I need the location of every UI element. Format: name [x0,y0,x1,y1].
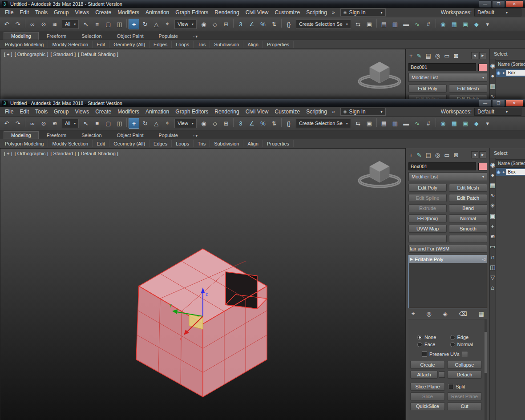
viewport-scene[interactable]: Y x z [0,149,405,420]
display-tab-icon[interactable]: ▭ [444,52,449,59]
undo-icon[interactable]: ↶ [1,118,12,129]
minimize-button[interactable]: — [479,0,492,8]
viewport-label-segment[interactable]: [ Standard ] [50,151,76,156]
viewport-label-segment[interactable]: [ Standard ] [50,52,76,57]
ribbon-panel-button[interactable]: Edit [93,41,109,48]
create-button[interactable]: Create [410,361,445,369]
modifier-set-button[interactable]: Edit Patch [449,194,487,202]
modifier-set-button[interactable]: Normal [449,214,487,222]
select-by-name-icon[interactable]: ≡ [92,19,102,29]
render-setup-icon[interactable]: ▦ [449,118,460,129]
rendered-frame-icon[interactable]: ▣ [460,19,471,29]
ribbon-panel-button[interactable]: Geometry (All) [109,140,149,147]
modifier-set-button[interactable] [449,235,487,243]
modifier-set-button[interactable]: Edit Spline [408,95,447,99]
schematic-view-icon[interactable]: # [423,118,434,129]
unlink-selection-icon[interactable]: ⊘ [38,118,49,129]
menu-item[interactable]: Group [51,8,72,16]
split-checkbox[interactable]: Split [447,383,482,391]
modifier-stack[interactable]: ▶ Editable Poly ◁ [408,255,487,308]
select-and-scale-icon[interactable]: △ [151,118,162,129]
selection-filter-dropdown[interactable]: All ▾ [62,119,79,128]
toolbar-more-icon[interactable]: ▾ [482,19,493,29]
object-color-swatch[interactable] [478,163,487,170]
motion-tab-icon[interactable]: ◎ [435,152,440,158]
select-and-move-icon[interactable]: + [129,19,139,29]
viewport-label-segment[interactable]: [ + ] [4,52,12,57]
ribbon-panel-button[interactable]: Edges [149,140,172,147]
toolbar-more-icon[interactable]: ▾ [482,118,493,129]
select-object-icon[interactable]: ↖ [81,19,91,29]
command-panel-scrollbar[interactable] [485,319,487,420]
modifier-set-button[interactable]: Bend [449,204,487,212]
reset-plane-button[interactable]: Reset Plane [447,392,482,400]
se-lock-icon[interactable]: ● [491,73,494,79]
se-filter-lights-icon[interactable]: ☀ [490,202,495,209]
explorer-column-header-name[interactable]: Name (Sorted [496,159,525,168]
ribbon-panel-button[interactable]: Subdivision [210,41,243,48]
menu-item[interactable]: File [2,8,16,16]
constraint-radio[interactable]: Normal [450,342,482,347]
motion-tab-icon[interactable]: ◎ [435,52,440,59]
select-and-move-icon[interactable]: + [129,118,139,129]
se-filter-funnel-icon[interactable]: ▽ [490,274,495,281]
viewport-canvas[interactable]: [ + ][ Orthographic ][ Standard ][ Defau… [0,148,406,420]
remove-modifier-icon[interactable]: ⌫ [459,311,467,317]
modifier-set-button[interactable]: Smooth [449,225,487,233]
se-filter-spacewarps-icon[interactable]: ≋ [490,233,495,240]
percent-snap-icon[interactable]: % [258,19,268,29]
select-and-place-icon[interactable]: ⌖ [162,19,173,29]
spinner-snap-icon[interactable]: ⇅ [269,19,279,29]
ribbon-panel-button[interactable]: Polygon Modeling [1,41,48,48]
ribbon-config-icon[interactable]: ◦ ▾ [190,33,200,40]
hierarchy-tab-icon[interactable]: ▤ [426,152,431,158]
bind-to-space-warp-icon[interactable]: ≋ [49,19,60,29]
use-pivot-center-icon[interactable]: ◉ [198,118,209,129]
align-icon[interactable]: ▣ [364,19,375,29]
menu-item[interactable]: Civil View [242,8,272,16]
rendered-frame-icon[interactable]: ▣ [460,118,471,129]
select-and-place-icon[interactable]: ⌖ [162,118,173,129]
schematic-view-icon[interactable]: # [423,19,434,29]
align-icon[interactable]: ▣ [364,118,375,129]
mirror-icon[interactable]: ⇆ [353,19,363,29]
redo-icon[interactable]: ↷ [12,118,23,129]
panel-nav-left-icon[interactable]: ◀ [471,52,478,59]
modifier-set-button[interactable] [408,235,447,243]
undo-icon[interactable]: ↶ [1,19,12,29]
ribbon-panel-button[interactable]: Align [243,41,262,48]
ribbon-tab[interactable]: Selection [74,32,109,40]
show-end-result-icon[interactable]: ◎ [426,311,431,317]
separator[interactable] [126,19,127,28]
reference-coordinate-dropdown[interactable]: View ▾ [174,119,197,128]
stack-item-arrow-icon[interactable]: ▶ [410,257,413,261]
selection-filter-dropdown[interactable]: All ▾ [62,20,79,29]
redo-icon[interactable]: ↷ [12,19,23,29]
named-selection-dropdown[interactable]: Create Selection Se ▾ [296,20,351,29]
se-filter-shapes-icon[interactable]: ∿ [490,93,495,99]
percent-snap-icon[interactable]: % [258,118,268,129]
ribbon-tab[interactable]: Freeform [40,32,74,40]
rect-selection-region-icon[interactable]: ▢ [103,118,113,129]
ribbon-toggle-icon[interactable]: ▬ [401,19,412,29]
attach-list-button[interactable] [439,372,445,378]
select-and-rotate-icon[interactable]: ↻ [140,19,150,29]
ribbon-panel-button[interactable]: Align [243,140,262,147]
explorer-column-header-name[interactable]: Name (Sorted [496,60,525,69]
separator[interactable] [376,118,377,127]
se-filter-bones-icon[interactable]: ∩ [490,254,494,260]
attach-button[interactable]: Attach [410,371,438,379]
named-selection-dropdown[interactable]: Create Selection Se ▾ [296,119,351,128]
menu-item[interactable]: Graph Editors [172,108,211,116]
detach-button[interactable]: Detach [447,371,482,379]
ribbon-panel-button[interactable]: Modify Selection [48,41,93,48]
modifier-list-dropdown[interactable]: Modifier List ▾ [408,73,487,82]
make-unique-icon[interactable]: ◈ [443,311,447,317]
orbit-gizmo[interactable] [359,62,400,87]
constraint-radio[interactable]: Edge [450,335,482,340]
create-tab-icon[interactable]: + [409,152,413,158]
edit-named-selection-sets-icon[interactable]: {} [283,19,294,29]
scene-explorer-menu-select[interactable]: Select [494,150,508,156]
ribbon-panel-button[interactable]: Polygon Modeling [1,140,48,147]
keyboard-override-icon[interactable]: ⊞ [221,19,231,29]
